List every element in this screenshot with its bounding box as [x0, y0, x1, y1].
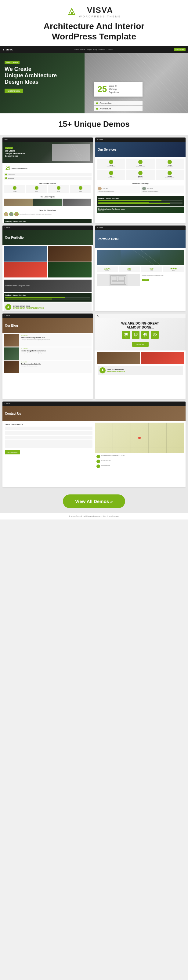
service-description: Construction services	[127, 166, 153, 167]
demo1-headline: We Create Unique Architecture Design Ide…	[5, 150, 50, 158]
feat-item: Design	[4, 185, 25, 193]
hero-screenshot: ▲ VISVA Home About Pages Blog Portfolio …	[0, 46, 188, 113]
svg-line-6	[145, 53, 188, 102]
blog-item: March 10, 2024 Interior Design For Moder…	[4, 347, 92, 360]
demo1-hero: FEATURED We Create Unique Architecture D…	[2, 142, 93, 163]
demo-nav-logo: ▲ VISVA	[2, 48, 13, 51]
feat-icon	[13, 186, 16, 190]
testimonial-item: John Doe Lorem ipsum dolor sit amet cons…	[97, 186, 140, 193]
service-card: Design Architecture planning	[97, 159, 125, 169]
form-field-message[interactable]	[5, 440, 92, 448]
demo6-nav: A	[95, 313, 186, 318]
blog-title: Top Construction Materials	[21, 363, 41, 365]
blog-text: Lorem ipsum dolor sit amet consectetur..…	[21, 366, 41, 367]
service-description: Project management	[157, 177, 183, 178]
testimonial-text: Lorem ipsum dolor sit amet consectetur..…	[98, 191, 139, 192]
demo1-clients: What Our Clients Says Lorem ipsum dolor …	[2, 208, 93, 218]
stat-label: Complete	[98, 270, 117, 271]
svg-line-9	[69, 144, 79, 161]
form-field-name[interactable]	[5, 426, 92, 430]
svg-line-7	[155, 53, 188, 90]
hero-right: 25 Years Of Working Experience Construct…	[85, 53, 188, 113]
floor-btn[interactable]: Learn More	[142, 279, 149, 281]
demo6-nav-logo: A	[97, 315, 99, 317]
client-avatar	[4, 212, 8, 216]
blog-date: March 15, 2024	[21, 335, 51, 336]
stat-number: 480	[142, 267, 161, 270]
service-icon	[138, 171, 142, 175]
demo2-answer-title: Get Every Answer From Here	[98, 197, 183, 199]
svg-rect-11	[120, 250, 160, 265]
feat-label: Plan	[71, 190, 90, 192]
answer-bar	[5, 297, 90, 298]
demo1-feat-grid: Design Build Decor Plan	[4, 185, 91, 193]
stat-item: ★★★ Rating	[163, 266, 184, 272]
demo6-notify-btn[interactable]: Notify Me	[132, 342, 149, 347]
demo1-svc-item: Construction	[4, 173, 92, 176]
hero-tag: FEATURED	[5, 61, 19, 64]
stat-item: 480 Clients	[141, 266, 162, 272]
feat-label: Design	[5, 190, 24, 192]
demo7-hero-title: Contact Us	[5, 412, 21, 415]
info-phone: +1 (555) 123-4567	[96, 460, 183, 463]
service-card: Render 3D rendering	[126, 170, 155, 180]
demo3-answer-title: Get Every Answer From Here	[5, 294, 90, 296]
stat-label: Clients	[142, 270, 161, 271]
form-submit-btn[interactable]: Send Message	[5, 450, 20, 454]
demo1-featured-services: Our Featured Services Design Build Decor…	[2, 181, 93, 194]
demos-title: 15+ Unique Demos	[6, 119, 182, 129]
footer-bar: themeforest.net/item/visva-architecture-…	[0, 513, 188, 520]
demo1-featured-title: Our Featured Services	[4, 183, 91, 184]
demo-navbar: ▲ VISVA Home About Pages Blog Portfolio …	[0, 46, 188, 53]
testimonial-name: John Doe	[103, 188, 108, 189]
testimonial-avatar	[98, 187, 102, 190]
demo2-services-grid: Design Architecture planning Build Const…	[95, 157, 186, 181]
form-field-email[interactable]	[5, 431, 92, 435]
demo5-hero-title: Our Blog	[5, 324, 18, 327]
demo3-answer: Get Every Answer From Here	[4, 293, 92, 302]
map-pin	[138, 437, 141, 439]
demo-card-portfolio: ▲ VISVA Our Portfolio Distinctive Interi…	[2, 226, 93, 311]
demo-nav-btn[interactable]: Get Quote	[174, 48, 186, 51]
demo4-hero: Portfolio Detail	[95, 230, 186, 248]
demo2-interior-sub: Special Ideas	[98, 210, 183, 211]
stat-number: 100%	[98, 267, 117, 270]
client-avatar	[9, 212, 13, 216]
demo2-nav: ▲ VISVA	[95, 137, 186, 142]
years-text: Years Of Working Experience	[109, 84, 119, 94]
demo7-nav: ▲ VISVA	[2, 401, 186, 406]
stat-number: ★★★	[164, 267, 183, 270]
project-item	[4, 199, 33, 206]
years-badge: 25 Years Of Working Experience	[94, 82, 142, 97]
logo-name: VISVA	[87, 5, 113, 15]
feat-item: Decor	[48, 185, 69, 193]
hero-left: FEATURED We Create Unique Architecture D…	[0, 53, 85, 113]
counter-label: Hrs	[134, 336, 137, 338]
demo1-svc-item: Architecture	[4, 177, 92, 180]
counter-mins: 48 Min	[141, 331, 149, 339]
service-card: Build Construction services	[126, 159, 155, 169]
demo6-counters: 30 Days 10 Hrs 48 Min 35 Sec	[98, 331, 183, 339]
portfolio-item	[48, 246, 92, 262]
counter-days: 30 Days	[122, 331, 130, 339]
demo2-answer: Get Every Answer From Here	[97, 196, 184, 206]
form-field-subject[interactable]	[5, 436, 92, 439]
counter-label: Sec	[153, 336, 156, 338]
header: VISVA WORDPRESS THEME Architecture And I…	[0, 0, 188, 46]
demo7-contact-section: Get In Touch With Us Send Message	[2, 421, 186, 473]
hero-cta-btn[interactable]: Explore Now	[5, 89, 23, 93]
demo1-answer-title: Get Every Answer From Here	[5, 221, 90, 223]
demo3-interior-text: Distinctive Interior For Special Ideas	[5, 285, 30, 286]
counter-hours: 10 Hrs	[132, 331, 139, 339]
view-all-demos-btn[interactable]: View All Demos »	[63, 495, 125, 508]
feat-label: Build	[27, 190, 46, 192]
footer-url: themeforest.net/item/visva-architecture-…	[69, 515, 119, 518]
demo3-portfolio-grid	[2, 245, 93, 279]
demo2-hero: Our Services	[95, 142, 186, 157]
demo4-project-image	[97, 250, 184, 265]
service-icon	[109, 171, 113, 175]
demos-grid: VISVA FEATURED We Create Unique Architec…	[0, 135, 188, 490]
demo3-maintenance: A SITE IS DOWN FOR SITE IS DOWN FOR MAIN…	[4, 302, 92, 311]
stat-item: 100% Complete	[97, 266, 118, 272]
maint-icon: A	[100, 367, 106, 374]
